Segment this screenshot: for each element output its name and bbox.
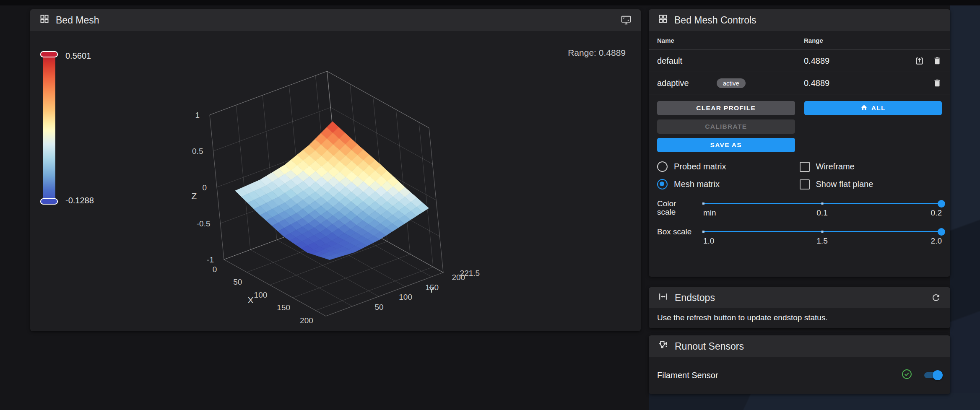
profile-name: default (657, 56, 682, 66)
home-icon (860, 104, 868, 113)
panel-title: Bed Mesh (56, 15, 99, 26)
filament-sensor-toggle[interactable] (923, 370, 942, 380)
radio-mesh-matrix[interactable]: Mesh matrix (657, 179, 800, 189)
colorbar-min-handle[interactable] (40, 198, 58, 205)
svg-text:0: 0 (213, 265, 217, 274)
controls-header: Bed Mesh Controls (649, 9, 950, 31)
colorbar-max-value: 0.5601 (65, 51, 91, 61)
radio-icon (657, 179, 668, 189)
svg-text:0: 0 (202, 183, 207, 192)
svg-text:0.5: 0.5 (192, 147, 203, 156)
column-range: Range (804, 37, 895, 44)
panel-title: Runout Sensors (675, 341, 744, 352)
refresh-icon[interactable] (931, 293, 941, 303)
trash-icon[interactable] (933, 78, 942, 88)
svg-text:150: 150 (277, 303, 290, 312)
checkbox-icon (800, 162, 810, 172)
tray-arrow-up-icon[interactable] (915, 56, 924, 66)
endstops-info: Use the refresh button to update endstop… (649, 308, 950, 327)
endstops-panel: Endstops Use the refresh button to updat… (649, 287, 950, 328)
svg-text:-1: -1 (207, 255, 214, 264)
svg-text:100: 100 (399, 293, 412, 301)
monitor-fullscreen-icon[interactable] (621, 15, 632, 26)
svg-text:-0.5: -0.5 (197, 219, 211, 228)
bed-mesh-controls-panel: Bed Mesh Controls Name Range default 0.4… (649, 9, 950, 277)
view-grid-icon (658, 14, 668, 26)
color-scale-slider-row: Color scale min 0.1 0.2 (657, 200, 942, 219)
profile-name: adaptive (657, 78, 689, 88)
column-name: Name (657, 37, 804, 44)
svg-text:50: 50 (233, 278, 242, 286)
colorbar: 0.5601 -0.1288 (42, 54, 56, 202)
view-grid-icon (39, 14, 49, 26)
svg-text:Y: Y (429, 285, 434, 294)
table-row: adaptive active 0.4889 (649, 72, 950, 94)
scale-sliders: Color scale min 0.1 0.2 Box scale 1.0 (649, 189, 950, 247)
bed-mesh-3d-plot[interactable]: 10.50-0.5-105010015020050100150200221.5X… (30, 31, 641, 331)
background-pattern-right (950, 5, 980, 410)
profile-range: 0.4889 (804, 78, 895, 88)
panel-title: Bed Mesh Controls (674, 15, 756, 26)
profiles-table-header: Name Range (649, 31, 950, 50)
home-all-button[interactable]: ALL (804, 101, 942, 115)
svg-text:200: 200 (300, 316, 313, 325)
background-pattern-bottom (649, 393, 980, 410)
svg-text:221.5: 221.5 (460, 269, 480, 278)
nozzle-alert-icon (658, 340, 668, 353)
display-options: Probed matrix Wireframe Mesh matrix Show… (649, 152, 950, 189)
checkbox-icon (800, 179, 810, 189)
colorbar-max-handle[interactable] (40, 51, 58, 57)
checkbox-wireframe[interactable]: Wireframe (800, 161, 942, 172)
save-as-button[interactable]: SAVE AS (657, 138, 795, 152)
box-scale-slider-thumb[interactable] (938, 228, 945, 236)
controls-buttons: CLEAR PROFILE ALL CALIBRATE SAVE AS (649, 94, 950, 152)
radio-icon (657, 161, 668, 172)
filament-sensor-row: Filament Sensor (649, 357, 950, 393)
panel-title: Endstops (675, 292, 715, 304)
trash-icon[interactable] (933, 56, 942, 66)
svg-text:50: 50 (374, 303, 383, 311)
bed-mesh-panel: Bed Mesh 10.50-0.5-105010015020050100150… (30, 9, 641, 331)
svg-text:100: 100 (254, 291, 268, 299)
mesh-range-label: Range: 0.4889 (568, 48, 626, 58)
calibrate-button[interactable]: CALIBRATE (657, 119, 795, 134)
svg-text:X: X (247, 295, 253, 305)
box-scale-slider-row: Box scale 1.0 1.5 2.0 (657, 228, 942, 247)
bed-mesh-header: Bed Mesh (30, 9, 641, 31)
profile-range: 0.4889 (804, 56, 895, 66)
check-circle-icon (901, 368, 912, 382)
colorbar-min-value: -0.1288 (65, 196, 94, 205)
radio-probed-matrix[interactable]: Probed matrix (657, 161, 800, 172)
runout-header: Runout Sensors (649, 335, 950, 357)
clear-profile-button[interactable]: CLEAR PROFILE (657, 101, 795, 115)
colorbar-gradient (43, 54, 55, 202)
svg-text:1: 1 (195, 111, 200, 119)
checkbox-show-flat-plane[interactable]: Show flat plane (800, 179, 942, 189)
table-row: default 0.4889 (649, 50, 950, 72)
color-scale-slider-thumb[interactable] (938, 200, 945, 208)
top-strip (0, 0, 980, 5)
expand-horizontal-icon (658, 291, 668, 304)
svg-text:Z: Z (192, 191, 197, 201)
bed-mesh-plot-area: 10.50-0.5-105010015020050100150200221.5X… (30, 31, 641, 331)
sensor-label: Filament Sensor (657, 371, 718, 380)
profile-badge-active: active (717, 78, 746, 88)
runout-sensors-panel: Runout Sensors Filament Sensor (649, 335, 950, 394)
endstops-header: Endstops (649, 287, 950, 308)
